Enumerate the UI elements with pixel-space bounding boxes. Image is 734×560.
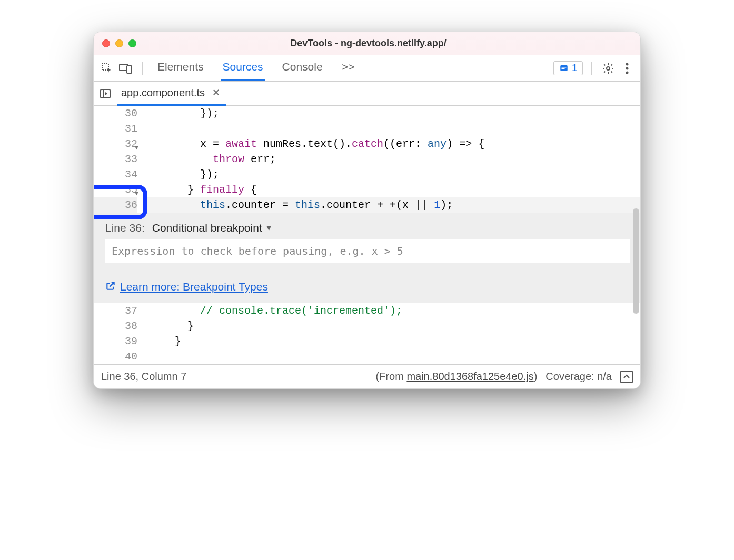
tab-sources[interactable]: Sources	[221, 55, 265, 81]
show-drawer-icon[interactable]	[620, 371, 633, 383]
breakpoint-editor: Line 36: Conditional breakpoint ▼ Learn …	[94, 213, 640, 303]
scrollbar[interactable]	[633, 208, 639, 314]
line-number[interactable]: 38	[94, 318, 137, 334]
code-line[interactable]: this.counter = this.counter + +(x || 1);	[145, 197, 640, 213]
window-title: DevTools - ng-devtools.netlify.app/	[136, 38, 600, 49]
device-toolbar-icon[interactable]	[118, 61, 134, 76]
minimize-icon[interactable]	[115, 39, 123, 47]
chevron-down-icon: ▼	[265, 224, 273, 232]
line-number[interactable]: 39	[94, 334, 137, 349]
line-gutter[interactable]: 37383940	[94, 303, 145, 364]
tab-console[interactable]: Console	[280, 55, 325, 81]
file-tab-label: app.component.ts	[121, 87, 205, 99]
line-number[interactable]: 35	[94, 182, 137, 197]
close-icon[interactable]	[102, 39, 110, 47]
svg-rect-3	[560, 65, 568, 71]
code-line[interactable]: throw err;	[145, 152, 640, 167]
close-tab-icon[interactable]: ✕	[210, 87, 222, 98]
line-number[interactable]: 37	[94, 303, 137, 318]
cursor-position: Line 36, Column 7	[101, 371, 186, 383]
more-icon[interactable]	[619, 61, 635, 76]
code-line[interactable]: x = await numRes.text().catch((err: any)…	[145, 136, 640, 152]
source-map-link[interactable]: main.80d1368fa125e4e0.js	[406, 371, 533, 382]
traffic-lights	[102, 39, 136, 47]
line-number[interactable]: 33	[94, 152, 137, 167]
status-bar: Line 36, Column 7 (From main.80d1368fa12…	[94, 364, 640, 388]
code-editor[interactable]: 30313233343536 }); x = await numRes.text…	[94, 106, 640, 213]
code-line[interactable]: }	[145, 334, 640, 349]
svg-point-7	[626, 63, 629, 65]
line-number[interactable]: 32	[94, 136, 137, 152]
navigator-toggle-icon[interactable]	[98, 86, 113, 101]
code-line[interactable]: } finally {	[145, 182, 640, 197]
breakpoint-expression-input[interactable]	[105, 239, 630, 263]
code-line[interactable]	[145, 121, 640, 136]
panel-tabs: Elements Sources Console >>	[155, 55, 356, 81]
titlebar: DevTools - ng-devtools.netlify.app/	[94, 32, 640, 55]
code-line[interactable]: });	[145, 106, 640, 121]
source-map-info: (From main.80d1368fa125e4e0.js)	[375, 371, 537, 383]
code-line[interactable]: }	[145, 318, 640, 334]
issues-badge[interactable]: 1	[553, 61, 583, 75]
line-gutter[interactable]: 30313233343536	[94, 106, 145, 213]
code-line[interactable]: // console.trace('incremented');	[145, 303, 640, 318]
svg-point-6	[607, 67, 610, 70]
code-editor-lower[interactable]: 37383940 // console.trace('incremented')…	[94, 303, 640, 364]
settings-icon[interactable]	[600, 61, 616, 76]
svg-rect-5	[561, 68, 564, 69]
tab-overflow[interactable]: >>	[340, 55, 357, 81]
line-number[interactable]: 36	[94, 197, 137, 213]
breakpoint-line-label: Line 36:	[105, 222, 145, 234]
code-line[interactable]	[145, 349, 640, 364]
fullscreen-icon[interactable]	[128, 39, 136, 47]
code-area[interactable]: // console.trace('incremented'); } }	[145, 303, 640, 364]
line-number[interactable]: 40	[94, 349, 137, 364]
file-tab-active[interactable]: app.component.ts ✕	[117, 82, 226, 106]
main-toolbar: Elements Sources Console >> 1	[94, 55, 640, 82]
svg-rect-2	[127, 66, 132, 73]
line-number[interactable]: 30	[94, 106, 137, 121]
devtools-window: DevTools - ng-devtools.netlify.app/ Elem…	[93, 32, 641, 389]
inspect-element-icon[interactable]	[99, 61, 115, 76]
code-line[interactable]: });	[145, 167, 640, 182]
coverage-info: Coverage: n/a	[545, 371, 612, 383]
learn-more-link[interactable]: Learn more: Breakpoint Types	[120, 281, 268, 293]
line-number[interactable]: 31	[94, 121, 137, 136]
external-link-icon	[105, 281, 116, 293]
file-tabs: app.component.ts ✕	[94, 82, 640, 106]
code-area[interactable]: }); x = await numRes.text().catch((err: …	[145, 106, 640, 213]
line-number[interactable]: 34	[94, 167, 137, 182]
svg-point-8	[626, 67, 629, 69]
svg-point-9	[626, 71, 629, 74]
breakpoint-type-dropdown[interactable]: Conditional breakpoint ▼	[152, 222, 273, 234]
tab-elements[interactable]: Elements	[155, 55, 206, 81]
svg-rect-4	[561, 67, 566, 68]
issues-count: 1	[572, 63, 577, 74]
